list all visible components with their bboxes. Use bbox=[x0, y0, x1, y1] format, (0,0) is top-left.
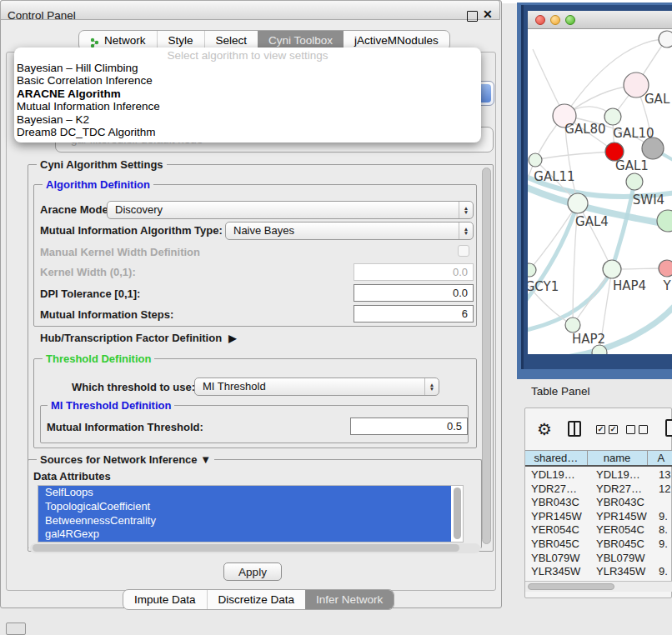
table-header-row: shared… name A bbox=[525, 450, 672, 467]
aracne-mode-combo[interactable]: Discovery ▲▼ bbox=[107, 201, 474, 219]
table-row[interactable]: YBL079WYBL079W bbox=[525, 552, 672, 566]
kernel-width-label: Kernel Width (0,1): bbox=[40, 266, 136, 278]
network-edge[interactable] bbox=[535, 152, 614, 160]
screen: Control Panel ✕ Network Style Select Cyn… bbox=[0, 0, 672, 635]
table-row[interactable]: YDL19…YDL19…13 bbox=[525, 468, 672, 482]
popup-placeholder: Select algorithm to view settings bbox=[14, 50, 481, 62]
window-title: Control Panel bbox=[8, 9, 76, 22]
network-node-gray-node[interactable] bbox=[642, 138, 664, 159]
network-node-label: GAL11 bbox=[534, 169, 574, 184]
list-item-gal4rgexp[interactable]: gal4RGexp bbox=[38, 528, 451, 542]
network-node-GAL4[interactable] bbox=[568, 193, 588, 213]
mi-algorithm-type-combo[interactable]: Naive Bayes ▲▼ bbox=[225, 222, 474, 240]
combo-stepper-icon: ▲▼ bbox=[459, 222, 473, 239]
deselect-checkbox-icon[interactable] bbox=[626, 425, 635, 434]
network-node-GAL10[interactable] bbox=[604, 108, 621, 125]
settings-horizontal-scrollbar-track bbox=[30, 543, 480, 553]
close-icon[interactable]: ✕ bbox=[483, 8, 493, 21]
network-node-GAL11[interactable] bbox=[529, 153, 542, 167]
network-graph-icon bbox=[90, 35, 100, 46]
threshold-definition-title: Threshold Definition bbox=[43, 352, 154, 365]
mi-threshold-label: Mutual Information Threshold: bbox=[47, 421, 203, 433]
column-header-name[interactable]: name bbox=[588, 451, 648, 465]
popup-item-bayesian-k2[interactable]: Bayesian – K2 bbox=[14, 113, 481, 126]
document-icon[interactable] bbox=[665, 419, 672, 437]
hub-definition-toggle[interactable]: Hub/Transcription Factor Definition▶ bbox=[40, 332, 236, 344]
network-node-GCY1[interactable] bbox=[528, 263, 536, 277]
network-edge[interactable] bbox=[573, 269, 612, 325]
split-view-icon[interactable] bbox=[568, 421, 581, 437]
network-node-label: GAL4 bbox=[575, 214, 609, 229]
mi-threshold-field[interactable]: 0.5 bbox=[350, 418, 468, 435]
network-node-label: GAL1 bbox=[615, 158, 649, 173]
table-horizontal-scrollbar[interactable] bbox=[528, 583, 614, 590]
table-row[interactable]: YLR345WYLR345W9. bbox=[525, 565, 672, 579]
dpi-tolerance-field[interactable]: 0.0 bbox=[354, 284, 474, 302]
settings-horizontal-scrollbar[interactable] bbox=[33, 544, 459, 552]
select-all-checkbox-icon-2[interactable]: ✓ bbox=[609, 425, 618, 434]
network-node-label: HAP2 bbox=[572, 332, 605, 347]
table-row[interactable]: YPR145WYPR145W9. bbox=[525, 510, 672, 524]
combo-stepper-icon: ▲▼ bbox=[424, 378, 439, 395]
list-item-betweennesscentrality[interactable]: BetweennessCentrality bbox=[38, 514, 451, 528]
tab-discretize-data[interactable]: Discretize Data bbox=[207, 590, 306, 609]
float-window-icon[interactable] bbox=[467, 11, 478, 22]
network-node-label: Y bbox=[662, 278, 671, 293]
kernel-width-field[interactable]: 0.0 bbox=[354, 263, 474, 281]
mi-algorithm-type-label: Mutual Information Algorithm Type: bbox=[40, 224, 223, 237]
network-node-label: HAP4 bbox=[613, 278, 646, 293]
deselect-checkbox-icon-2[interactable] bbox=[639, 425, 648, 434]
tab-impute-data[interactable]: Impute Data bbox=[123, 590, 207, 609]
network-canvas[interactable]: GALGAL80GAL10GAL1GAL11SWI4GAL4GCY1HAP4YH… bbox=[528, 29, 672, 354]
network-node-SWI4[interactable] bbox=[626, 173, 643, 190]
minimize-traffic-light-icon[interactable] bbox=[550, 15, 560, 25]
column-header-shared-name[interactable]: shared… bbox=[525, 451, 588, 465]
chevron-right-icon: ▶ bbox=[228, 332, 236, 344]
network-window-titlebar[interactable] bbox=[528, 11, 672, 29]
gear-icon[interactable]: ⚙ bbox=[537, 419, 552, 439]
cyni-algorithm-settings-title: Cyni Algorithm Settings bbox=[37, 158, 167, 171]
algorithm-definition-title: Algorithm Definition bbox=[43, 178, 153, 191]
network-node-Y-pink[interactable] bbox=[659, 260, 672, 277]
popup-item-basic-correlation[interactable]: Basic Correlation Inference bbox=[14, 74, 481, 87]
table-row[interactable]: YER054CYER054C8. bbox=[525, 523, 672, 538]
column-header-partial[interactable]: A bbox=[648, 451, 672, 465]
network-node-big-green[interactable] bbox=[657, 210, 672, 232]
popup-item-aracne[interactable]: ARACNE Algorithm bbox=[14, 88, 481, 100]
apply-button[interactable]: Apply bbox=[223, 562, 282, 581]
popup-item-bayesian-hill-climbing[interactable]: Bayesian – Hill Climbing bbox=[14, 62, 481, 74]
mi-threshold-definition-title: MI Threshold Definition bbox=[48, 399, 174, 412]
list-item-selfloops[interactable]: SelfLoops bbox=[38, 486, 451, 500]
close-traffic-light-icon[interactable] bbox=[535, 15, 545, 25]
tab-infer-network[interactable]: Infer Network bbox=[305, 590, 394, 609]
settings-vertical-scrollbar[interactable] bbox=[482, 168, 491, 544]
manual-kernel-width-checkbox[interactable] bbox=[458, 245, 469, 257]
algorithm-dropdown-popup: Select algorithm to view settings Bayesi… bbox=[14, 48, 481, 142]
network-node-HAP2[interactable] bbox=[565, 318, 580, 332]
table-panel-title: Table Panel bbox=[531, 385, 590, 398]
minimized-panel-button[interactable] bbox=[6, 622, 26, 635]
list-vertical-scrollbar[interactable] bbox=[454, 488, 461, 539]
select-all-checkbox-icon[interactable]: ✓ bbox=[596, 425, 605, 434]
chevron-down-icon: ▼ bbox=[200, 453, 211, 466]
table-horizontal-scrollbar-track bbox=[525, 581, 672, 592]
list-item-topologicalcoefficient[interactable]: TopologicalCoefficient bbox=[38, 500, 451, 514]
network-node-edge-top[interactable] bbox=[659, 31, 672, 48]
dpi-tolerance-label: DPI Tolerance [0,1]: bbox=[40, 288, 140, 300]
popup-item-mutual-information[interactable]: Mutual Information Inference bbox=[14, 100, 481, 112]
data-attributes-label: Data Attributes bbox=[33, 470, 111, 482]
mi-steps-field[interactable]: 6 bbox=[354, 305, 474, 322]
table-row[interactable]: YBR045CYBR045C9. bbox=[525, 538, 672, 552]
popup-item-dream8[interactable]: Dream8 DC_TDC Algorithm bbox=[14, 126, 481, 138]
combo-stepper-icon: ▲▼ bbox=[459, 202, 473, 218]
network-node-label: GCY1 bbox=[528, 279, 559, 294]
network-node-HAP4[interactable] bbox=[603, 260, 621, 278]
zoom-traffic-light-icon[interactable] bbox=[565, 15, 575, 25]
which-threshold-combo[interactable]: MI Threshold ▲▼ bbox=[194, 378, 439, 396]
data-attributes-list: SelfLoops TopologicalCoefficient Between… bbox=[38, 485, 464, 542]
network-node-label: SWI4 bbox=[633, 192, 664, 208]
table-row[interactable]: YBR043CYBR043C bbox=[525, 496, 672, 510]
table-row[interactable]: YDR27…YDR27…12 bbox=[525, 482, 672, 497]
manual-kernel-width-label: Manual Kernel Width Definition bbox=[40, 246, 200, 258]
sources-title[interactable]: Sources for Network Inference ▼ bbox=[37, 453, 214, 466]
